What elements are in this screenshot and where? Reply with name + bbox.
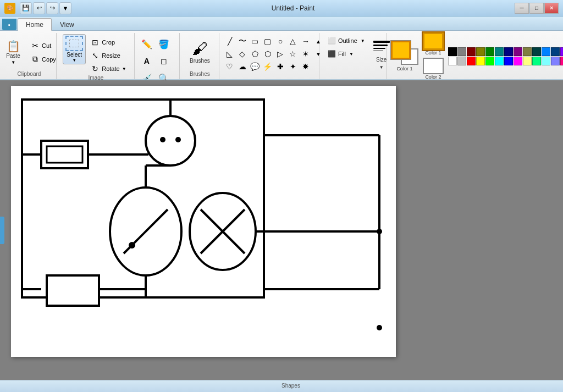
palette-violet[interactable] <box>560 47 563 56</box>
palette-darkblue[interactable] <box>551 47 560 56</box>
color2-button[interactable]: Color 2 <box>422 57 445 81</box>
select-dropdown[interactable]: ▼ <box>72 58 76 63</box>
lightning-shape[interactable]: ⚡ <box>262 60 274 73</box>
cloud-shape[interactable]: ☁ <box>236 60 249 73</box>
curve-shape[interactable]: 〜 <box>236 35 249 47</box>
paste-button[interactable]: 📋 Paste ▼ <box>0 38 27 67</box>
palette-gray[interactable] <box>457 47 466 56</box>
maximize-button[interactable]: □ <box>529 3 544 14</box>
right-arrow-shape[interactable]: ▷ <box>274 48 286 60</box>
palette-periwinkle[interactable] <box>551 57 560 65</box>
pentagon-shape[interactable]: ⬠ <box>249 48 261 60</box>
scroll-hint[interactable] <box>0 217 4 244</box>
text-button[interactable]: A <box>139 53 154 69</box>
main-content <box>0 80 563 380</box>
palette-cyan[interactable] <box>495 57 504 65</box>
redo-button[interactable]: ↪ <box>46 2 58 14</box>
drawing-canvas[interactable] <box>11 86 396 357</box>
palette-green[interactable] <box>485 47 494 56</box>
select-icon <box>65 36 83 51</box>
svg-point-23 <box>377 229 382 234</box>
palette-lightcyan[interactable] <box>542 57 550 65</box>
line-shape[interactable]: ╱ <box>224 35 236 47</box>
outline-button[interactable]: ⬜ Outline ▼ <box>324 35 369 46</box>
triangle-shape[interactable]: △ <box>287 35 299 47</box>
svg-rect-25 <box>47 275 99 306</box>
palette-olive[interactable] <box>476 47 485 56</box>
palette-brightblue[interactable] <box>504 57 513 65</box>
color-palette <box>448 47 563 65</box>
palette-white[interactable] <box>448 57 457 65</box>
resize-button[interactable]: ⤡ Resize <box>88 49 129 62</box>
color1-button[interactable]: Color 1 <box>422 31 445 57</box>
shapes-row-1: ╱ 〜 ▭ ▢ ○ △ → ▲ <box>224 35 324 47</box>
star8-shape[interactable]: ✸ <box>300 60 312 73</box>
copy-icon: ⧉ <box>31 54 40 64</box>
fill-style-button[interactable]: ⬛ Fill ▼ <box>324 48 369 59</box>
star5-shape[interactable]: ☆ <box>287 48 299 60</box>
outline-dropdown[interactable]: ▼ <box>361 38 365 43</box>
palette-teal[interactable] <box>495 47 504 56</box>
palette-black[interactable] <box>448 47 457 56</box>
app-icon: 🎨 <box>4 3 15 14</box>
palette-navy[interactable] <box>504 47 513 56</box>
colors-group: Color 1 Color 1 Color 2 <box>388 33 561 79</box>
cut-button[interactable]: ✂ Cut <box>28 40 59 52</box>
paint-menu-tab[interactable]: ▪ <box>2 19 16 30</box>
ellipse-shape[interactable]: ○ <box>274 35 286 47</box>
rotate-button[interactable]: ↻ Rotate ▼ <box>88 63 129 75</box>
hexagon-shape[interactable]: ⬡ <box>262 48 274 60</box>
size-dropdown[interactable]: ▼ <box>379 65 384 70</box>
tab-home[interactable]: Home <box>18 18 52 31</box>
canvas-svg <box>11 86 396 355</box>
palette-hotpink[interactable] <box>560 57 563 65</box>
palette-darkteal[interactable] <box>532 47 541 56</box>
rounded-rect-shape[interactable]: ▢ <box>262 35 274 47</box>
palette-red[interactable] <box>467 57 476 65</box>
palette-magenta[interactable] <box>514 57 522 65</box>
palette-darkred[interactable] <box>467 47 476 56</box>
arrow-shape[interactable]: → <box>300 35 312 47</box>
palette-lightyellow[interactable] <box>523 57 532 65</box>
save-button[interactable]: 💾 <box>20 2 32 14</box>
select-inner <box>69 40 79 47</box>
title-bar: 🎨 💾 ↩ ↪ ▼ Untitled - Paint ─ □ ✕ <box>0 0 563 16</box>
palette-springgreen[interactable] <box>532 57 541 65</box>
palette-yellow[interactable] <box>476 57 485 65</box>
paste-dropdown[interactable]: ▼ <box>11 60 15 65</box>
undo-button[interactable]: ↩ <box>33 2 45 14</box>
palette-darkyellow[interactable] <box>523 47 532 56</box>
close-button[interactable]: ✕ <box>544 3 559 14</box>
rect-shape[interactable]: ▭ <box>249 35 261 47</box>
palette-silver[interactable] <box>457 57 466 65</box>
right-tri-shape[interactable]: ◺ <box>224 48 236 60</box>
eraser-button[interactable]: ◻ <box>156 53 172 69</box>
rotate-dropdown[interactable]: ▼ <box>122 67 126 71</box>
minimize-button[interactable]: ─ <box>515 3 529 14</box>
select-button[interactable]: Select ▼ <box>63 34 86 64</box>
heart-shape[interactable]: ♡ <box>224 60 236 73</box>
customize-button[interactable]: ▼ <box>59 2 71 14</box>
diamond-shape[interactable]: ◇ <box>236 48 249 60</box>
crop-button[interactable]: ⊡ Crop <box>88 36 129 48</box>
palette-lime[interactable] <box>485 57 494 65</box>
palette-purple[interactable] <box>514 47 522 56</box>
pencil-button[interactable]: ✏️ <box>139 36 154 52</box>
star4-shape[interactable]: ✦ <box>287 60 299 73</box>
window-title: Untitled - Paint <box>71 4 515 12</box>
brushes-button[interactable]: 🖌 Brushes <box>186 39 214 66</box>
fill-button[interactable]: 🪣 <box>156 36 172 52</box>
palette-blue[interactable] <box>542 47 550 56</box>
fill-dropdown[interactable]: ▼ <box>349 52 354 57</box>
tab-view[interactable]: View <box>52 18 82 30</box>
color1-name: Color 1 <box>425 50 441 56</box>
tools-group: ✏️ 🪣 A ◻ 💉 🔍 Tools <box>136 33 180 79</box>
cut-copy-group: ✂ Cut ⧉ Copy <box>28 40 59 65</box>
star6-shape[interactable]: ✶ <box>300 48 312 60</box>
size-line-4 <box>373 51 383 51</box>
copy-button[interactable]: ⧉ Copy <box>28 53 59 65</box>
color-labels: Color 1 <box>396 66 412 71</box>
callout-shape[interactable]: 💬 <box>249 60 261 73</box>
cross-shape[interactable]: ✚ <box>274 60 286 73</box>
color1-swatch[interactable] <box>391 41 411 59</box>
